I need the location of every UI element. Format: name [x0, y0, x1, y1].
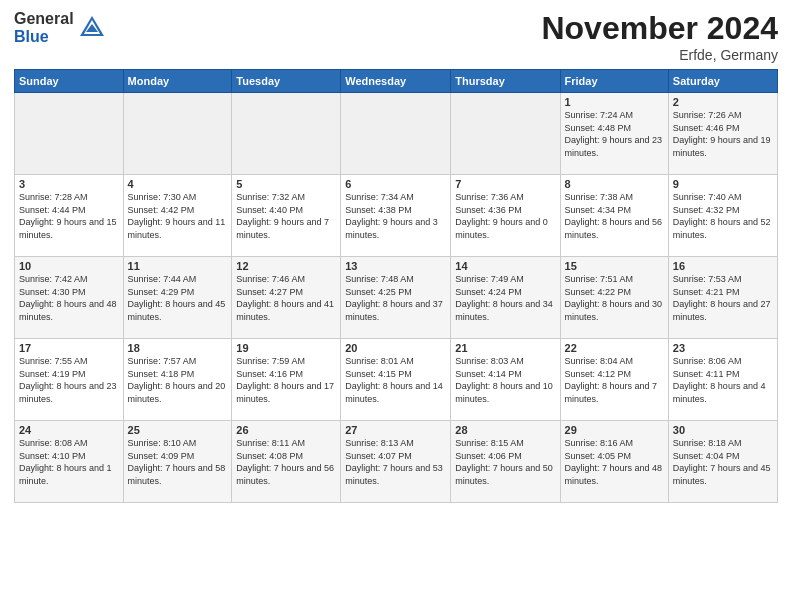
calendar-body: 1Sunrise: 7:24 AMSunset: 4:48 PMDaylight… — [15, 93, 778, 503]
day-info: Sunrise: 8:04 AMSunset: 4:12 PMDaylight:… — [565, 355, 664, 405]
day-info: Sunrise: 7:36 AMSunset: 4:36 PMDaylight:… — [455, 191, 555, 241]
day-info: Sunrise: 7:51 AMSunset: 4:22 PMDaylight:… — [565, 273, 664, 323]
day-info: Sunrise: 8:03 AMSunset: 4:14 PMDaylight:… — [455, 355, 555, 405]
day-number: 14 — [455, 260, 555, 272]
calendar-cell: 4Sunrise: 7:30 AMSunset: 4:42 PMDaylight… — [123, 175, 232, 257]
calendar-cell: 22Sunrise: 8:04 AMSunset: 4:12 PMDayligh… — [560, 339, 668, 421]
calendar-cell: 13Sunrise: 7:48 AMSunset: 4:25 PMDayligh… — [341, 257, 451, 339]
calendar-cell: 24Sunrise: 8:08 AMSunset: 4:10 PMDayligh… — [15, 421, 124, 503]
header-friday: Friday — [560, 70, 668, 93]
day-info: Sunrise: 7:40 AMSunset: 4:32 PMDaylight:… — [673, 191, 773, 241]
day-info: Sunrise: 7:46 AMSunset: 4:27 PMDaylight:… — [236, 273, 336, 323]
calendar-cell: 11Sunrise: 7:44 AMSunset: 4:29 PMDayligh… — [123, 257, 232, 339]
calendar-cell: 18Sunrise: 7:57 AMSunset: 4:18 PMDayligh… — [123, 339, 232, 421]
calendar-cell: 9Sunrise: 7:40 AMSunset: 4:32 PMDaylight… — [668, 175, 777, 257]
logo-blue: Blue — [14, 28, 74, 46]
week-row-2: 3Sunrise: 7:28 AMSunset: 4:44 PMDaylight… — [15, 175, 778, 257]
calendar-header: Sunday Monday Tuesday Wednesday Thursday… — [15, 70, 778, 93]
logo-general: General — [14, 10, 74, 28]
location: Erfde, Germany — [541, 47, 778, 63]
day-number: 23 — [673, 342, 773, 354]
calendar-cell — [232, 93, 341, 175]
day-number: 2 — [673, 96, 773, 108]
header-saturday: Saturday — [668, 70, 777, 93]
day-number: 29 — [565, 424, 664, 436]
day-number: 3 — [19, 178, 119, 190]
calendar-cell: 23Sunrise: 8:06 AMSunset: 4:11 PMDayligh… — [668, 339, 777, 421]
day-number: 13 — [345, 260, 446, 272]
calendar-cell: 1Sunrise: 7:24 AMSunset: 4:48 PMDaylight… — [560, 93, 668, 175]
calendar-cell — [123, 93, 232, 175]
day-number: 6 — [345, 178, 446, 190]
header-monday: Monday — [123, 70, 232, 93]
day-number: 27 — [345, 424, 446, 436]
logo: General Blue — [14, 10, 106, 45]
calendar-cell: 28Sunrise: 8:15 AMSunset: 4:06 PMDayligh… — [451, 421, 560, 503]
header-wednesday: Wednesday — [341, 70, 451, 93]
week-row-1: 1Sunrise: 7:24 AMSunset: 4:48 PMDaylight… — [15, 93, 778, 175]
day-number: 16 — [673, 260, 773, 272]
calendar-cell: 17Sunrise: 7:55 AMSunset: 4:19 PMDayligh… — [15, 339, 124, 421]
day-number: 15 — [565, 260, 664, 272]
day-info: Sunrise: 7:55 AMSunset: 4:19 PMDaylight:… — [19, 355, 119, 405]
calendar-cell: 19Sunrise: 7:59 AMSunset: 4:16 PMDayligh… — [232, 339, 341, 421]
calendar-cell: 8Sunrise: 7:38 AMSunset: 4:34 PMDaylight… — [560, 175, 668, 257]
week-row-3: 10Sunrise: 7:42 AMSunset: 4:30 PMDayligh… — [15, 257, 778, 339]
day-info: Sunrise: 8:06 AMSunset: 4:11 PMDaylight:… — [673, 355, 773, 405]
calendar-cell — [341, 93, 451, 175]
day-number: 20 — [345, 342, 446, 354]
calendar-cell: 21Sunrise: 8:03 AMSunset: 4:14 PMDayligh… — [451, 339, 560, 421]
week-row-5: 24Sunrise: 8:08 AMSunset: 4:10 PMDayligh… — [15, 421, 778, 503]
day-info: Sunrise: 7:48 AMSunset: 4:25 PMDaylight:… — [345, 273, 446, 323]
calendar-cell — [15, 93, 124, 175]
logo-icon — [78, 12, 106, 40]
title-block: November 2024 Erfde, Germany — [541, 10, 778, 63]
day-info: Sunrise: 7:30 AMSunset: 4:42 PMDaylight:… — [128, 191, 228, 241]
day-info: Sunrise: 7:28 AMSunset: 4:44 PMDaylight:… — [19, 191, 119, 241]
day-number: 5 — [236, 178, 336, 190]
day-number: 1 — [565, 96, 664, 108]
day-number: 25 — [128, 424, 228, 436]
day-info: Sunrise: 7:57 AMSunset: 4:18 PMDaylight:… — [128, 355, 228, 405]
calendar-cell — [451, 93, 560, 175]
calendar-cell: 6Sunrise: 7:34 AMSunset: 4:38 PMDaylight… — [341, 175, 451, 257]
day-info: Sunrise: 7:42 AMSunset: 4:30 PMDaylight:… — [19, 273, 119, 323]
day-info: Sunrise: 7:59 AMSunset: 4:16 PMDaylight:… — [236, 355, 336, 405]
calendar-cell: 27Sunrise: 8:13 AMSunset: 4:07 PMDayligh… — [341, 421, 451, 503]
day-number: 18 — [128, 342, 228, 354]
calendar-cell: 16Sunrise: 7:53 AMSunset: 4:21 PMDayligh… — [668, 257, 777, 339]
day-number: 24 — [19, 424, 119, 436]
day-number: 4 — [128, 178, 228, 190]
day-number: 28 — [455, 424, 555, 436]
day-info: Sunrise: 8:13 AMSunset: 4:07 PMDaylight:… — [345, 437, 446, 487]
calendar-cell: 10Sunrise: 7:42 AMSunset: 4:30 PMDayligh… — [15, 257, 124, 339]
day-number: 8 — [565, 178, 664, 190]
calendar-cell: 7Sunrise: 7:36 AMSunset: 4:36 PMDaylight… — [451, 175, 560, 257]
calendar-cell: 5Sunrise: 7:32 AMSunset: 4:40 PMDaylight… — [232, 175, 341, 257]
week-row-4: 17Sunrise: 7:55 AMSunset: 4:19 PMDayligh… — [15, 339, 778, 421]
calendar-cell: 20Sunrise: 8:01 AMSunset: 4:15 PMDayligh… — [341, 339, 451, 421]
calendar-table: Sunday Monday Tuesday Wednesday Thursday… — [14, 69, 778, 503]
day-info: Sunrise: 7:24 AMSunset: 4:48 PMDaylight:… — [565, 109, 664, 159]
day-number: 11 — [128, 260, 228, 272]
header-tuesday: Tuesday — [232, 70, 341, 93]
day-info: Sunrise: 8:18 AMSunset: 4:04 PMDaylight:… — [673, 437, 773, 487]
day-info: Sunrise: 7:53 AMSunset: 4:21 PMDaylight:… — [673, 273, 773, 323]
day-number: 30 — [673, 424, 773, 436]
header-row: Sunday Monday Tuesday Wednesday Thursday… — [15, 70, 778, 93]
calendar-cell: 14Sunrise: 7:49 AMSunset: 4:24 PMDayligh… — [451, 257, 560, 339]
day-info: Sunrise: 8:01 AMSunset: 4:15 PMDaylight:… — [345, 355, 446, 405]
day-info: Sunrise: 7:34 AMSunset: 4:38 PMDaylight:… — [345, 191, 446, 241]
day-number: 19 — [236, 342, 336, 354]
calendar-cell: 29Sunrise: 8:16 AMSunset: 4:05 PMDayligh… — [560, 421, 668, 503]
calendar-cell: 2Sunrise: 7:26 AMSunset: 4:46 PMDaylight… — [668, 93, 777, 175]
day-info: Sunrise: 7:32 AMSunset: 4:40 PMDaylight:… — [236, 191, 336, 241]
day-number: 7 — [455, 178, 555, 190]
day-info: Sunrise: 7:44 AMSunset: 4:29 PMDaylight:… — [128, 273, 228, 323]
day-info: Sunrise: 8:16 AMSunset: 4:05 PMDaylight:… — [565, 437, 664, 487]
day-number: 9 — [673, 178, 773, 190]
calendar-cell: 25Sunrise: 8:10 AMSunset: 4:09 PMDayligh… — [123, 421, 232, 503]
day-info: Sunrise: 8:15 AMSunset: 4:06 PMDaylight:… — [455, 437, 555, 487]
calendar-cell: 12Sunrise: 7:46 AMSunset: 4:27 PMDayligh… — [232, 257, 341, 339]
calendar-cell: 26Sunrise: 8:11 AMSunset: 4:08 PMDayligh… — [232, 421, 341, 503]
